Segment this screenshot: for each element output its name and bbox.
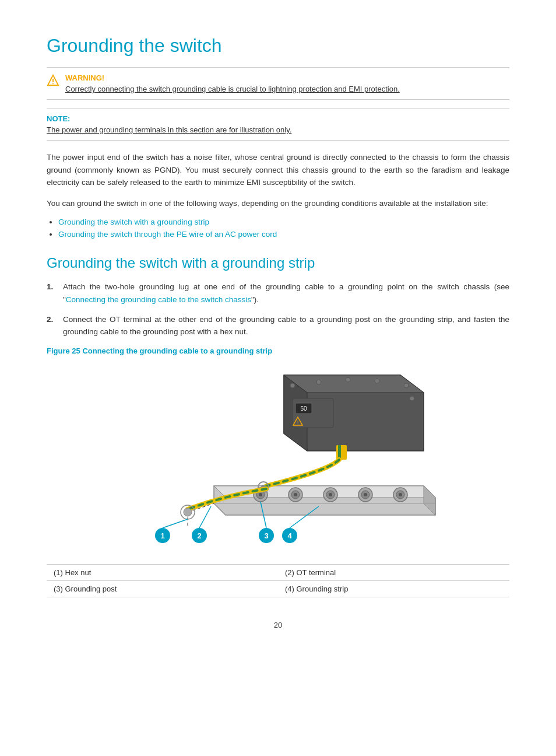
steps-list: 1. Attach the two-hole grounding lug at …	[47, 281, 509, 338]
body-paragraph-2: You can ground the switch in one of the …	[47, 197, 509, 210]
svg-point-21	[399, 493, 402, 496]
svg-point-33	[375, 379, 379, 383]
part-1-right: (2) OT terminal	[278, 564, 509, 580]
svg-text:2: 2	[197, 531, 201, 540]
page-title: Grounding the switch	[47, 35, 509, 57]
svg-text:!: !	[297, 420, 298, 424]
svg-text:3: 3	[264, 531, 268, 540]
warning-label: WARNING!	[65, 74, 400, 82]
svg-point-35	[410, 396, 414, 401]
link-list: Grounding the switch with a grounding st…	[58, 218, 509, 239]
svg-point-18	[364, 493, 367, 496]
svg-point-32	[346, 377, 350, 382]
link-grounding-strip[interactable]: Grounding the switch with a grounding st…	[58, 218, 209, 226]
svg-point-34	[404, 383, 409, 388]
svg-point-12	[294, 493, 297, 496]
svg-point-31	[316, 380, 321, 384]
parts-table: (1) Hex nut (2) OT terminal (3) Groundin…	[47, 564, 509, 597]
note-label: NOTE:	[47, 114, 509, 123]
svg-line-53	[199, 506, 211, 528]
part-1-left: (1) Hex nut	[47, 564, 278, 580]
svg-line-52	[163, 519, 188, 528]
svg-text:4: 4	[287, 531, 292, 540]
note-box: NOTE: The power and grounding terminals …	[47, 108, 509, 141]
list-item-2[interactable]: Grounding the switch through the PE wire…	[58, 230, 509, 239]
part-2-right: (4) Grounding strip	[278, 580, 509, 597]
svg-point-2	[52, 83, 54, 85]
svg-point-9	[259, 493, 262, 496]
list-item-1[interactable]: Grounding the switch with a grounding st…	[58, 218, 509, 226]
step-1: 1. Attach the two-hole grounding lug at …	[47, 281, 509, 306]
svg-marker-23	[284, 375, 424, 393]
svg-text:50: 50	[300, 405, 307, 412]
body-paragraph-1: The power input end of the switch has a …	[47, 151, 509, 189]
parts-row-1: (1) Hex nut (2) OT terminal	[47, 564, 509, 580]
svg-text:1: 1	[160, 531, 164, 540]
section2-title: Grounding the switch with a grounding st…	[47, 255, 509, 271]
step-1-num: 1.	[47, 281, 57, 306]
figure-svg: 50 !	[97, 363, 459, 556]
warning-icon	[47, 74, 59, 87]
warning-text: Correctly connecting the switch groundin…	[65, 85, 400, 93]
svg-rect-36	[336, 445, 347, 460]
page-number: 20	[47, 621, 509, 629]
svg-point-43	[184, 508, 192, 516]
svg-point-30	[290, 383, 295, 388]
warning-content: WARNING! Correctly connecting the switch…	[65, 74, 400, 93]
parts-row-2: (3) Grounding post (4) Grounding strip	[47, 580, 509, 597]
note-text: The power and grounding terminals in thi…	[47, 125, 509, 134]
step-2-num: 2.	[47, 313, 57, 338]
link-pe-wire[interactable]: Grounding the switch through the PE wire…	[58, 230, 277, 239]
switch-chassis: 50 !	[284, 375, 424, 460]
diagram-svg: 50 !	[97, 363, 459, 556]
step-1-text: Attach the two-hole grounding lug at one…	[63, 281, 509, 306]
figure-caption: Figure 25 Connecting the grounding cable…	[47, 346, 509, 355]
warning-box: WARNING! Correctly connecting the switch…	[47, 67, 509, 100]
svg-point-15	[329, 493, 332, 496]
step-2-text: Connect the OT terminal at the other end…	[63, 313, 509, 338]
part-2-left: (3) Grounding post	[47, 580, 278, 597]
figure-area: 50 !	[47, 363, 509, 556]
step-2: 2. Connect the OT terminal at the other …	[47, 313, 509, 338]
link-chassis[interactable]: Connecting the grounding cable to the sw…	[66, 295, 251, 304]
